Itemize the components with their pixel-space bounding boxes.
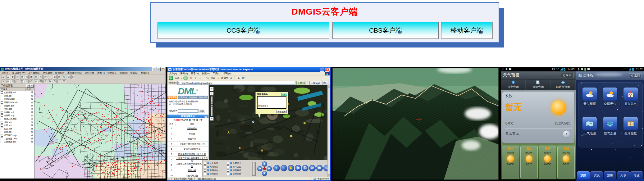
legend-checkbox[interactable] (204, 165, 206, 168)
layer-row[interactable]: 三类道路.sdl线 (0, 140, 34, 144)
menu-item[interactable]: 误差校正 (107, 71, 117, 75)
zoom-in-button[interactable]: + (210, 87, 214, 91)
pan-left-button[interactable]: ◄ (257, 166, 263, 171)
toolbar-icon[interactable]: ⊞ (53, 75, 57, 79)
layer-row[interactable]: 地铁站.sdp点 (0, 114, 34, 117)
poi-name-link[interactable]: 丽园小区 (176, 137, 208, 140)
layer-checkbox[interactable] (1, 111, 3, 114)
toolbar-icon[interactable]: ✚ (11, 75, 15, 79)
tab-specified-query[interactable]: 指定查询 (501, 79, 526, 90)
query-tab-2[interactable]: 指路服务 (188, 96, 198, 99)
layer-row[interactable]: 轮廓.sdl线 (0, 124, 34, 127)
layer-checkbox[interactable] (1, 105, 3, 107)
toolbar-icon[interactable]: ☍ (43, 75, 47, 79)
send-map-button[interactable]: 发送地图 (276, 110, 287, 113)
forecast-day-card[interactable]: 周三05/220-0℃ (539, 146, 556, 179)
column-filename[interactable]: 文件名 (0, 88, 25, 91)
legend-checkbox[interactable] (227, 165, 229, 168)
panel-close-icon[interactable]: × (30, 84, 34, 88)
zoom-in-button[interactable]: + (273, 165, 280, 171)
menu-item[interactable]: 收藏(A) (202, 72, 210, 75)
back-button[interactable]: 返回 (629, 73, 642, 78)
legend-item[interactable]: 公共场所 (227, 172, 250, 176)
layer-row[interactable]: 铁路.sdl线 (0, 130, 34, 134)
stop-icon[interactable]: ✕ (189, 76, 193, 80)
table-row[interactable]: 6国药集团医药控股上海分公司 (167, 152, 208, 157)
go-button[interactable]: ➔ 转到 (296, 81, 306, 85)
layer-row[interactable]: 道路.sdl线 (0, 94, 34, 98)
table-row[interactable]: 1国香居委会 (167, 126, 208, 131)
menu-item[interactable]: 工具(T) (213, 72, 221, 75)
layer-checkbox[interactable] (1, 138, 3, 140)
toolbar-icon[interactable]: ◻ (16, 79, 19, 83)
layer-row[interactable]: 绿地.sda面 (0, 120, 34, 124)
tab-all-query[interactable]: 全部查询 (526, 79, 550, 90)
toolbar-icon[interactable]: ◯ (20, 79, 24, 83)
pan-center-button[interactable] (263, 167, 266, 170)
toolbar-icon[interactable]: ▦ (30, 75, 33, 79)
legend-checkbox[interactable] (204, 162, 206, 165)
zoom-out-button[interactable]: − (281, 165, 287, 171)
snagit-button[interactable]: ✂ SnagIt (309, 81, 321, 85)
scroll-down-icon[interactable]: ▼ (328, 174, 330, 177)
panel-pin-icon[interactable]: ▾ (26, 84, 30, 88)
terrain-3d-view[interactable] (332, 67, 499, 180)
query-tab-0[interactable]: 地址查询 (167, 96, 178, 99)
pan-slider[interactable] (252, 162, 256, 176)
menu-item[interactable]: 文件(F) (2, 71, 10, 75)
toolbar-icon[interactable]: ⋯ (57, 79, 61, 83)
table-row[interactable]: 3丽园小区 (167, 136, 208, 142)
search-button[interactable]: 搜索 (211, 77, 215, 80)
table-row[interactable]: 5黄浦区国家税务局 (167, 147, 208, 152)
menu-item[interactable]: 系统库管理(S) (67, 71, 82, 75)
bottom-tab-0[interactable]: 预报 (577, 171, 590, 179)
maximize-button[interactable]: □ (157, 67, 161, 71)
layer-checkbox[interactable] (1, 95, 3, 97)
legend-item[interactable]: 政府机关 (227, 161, 250, 165)
layer-checkbox[interactable] (1, 101, 3, 104)
favorites-button[interactable]: 收藏夹 (221, 77, 228, 80)
layer-row[interactable]: 旅游景点.sdp点 (0, 117, 34, 121)
query-tab-3[interactable]: 行政查询 (198, 96, 208, 99)
zoom-out-button[interactable]: − (210, 92, 214, 96)
print-icon[interactable]: 🖶 (237, 76, 240, 80)
toolbar-icon[interactable]: ⊟ (53, 79, 57, 83)
close-button[interactable]: × (325, 68, 330, 72)
legend-item[interactable]: 图书展馆 (227, 169, 250, 172)
layer-checkbox[interactable] (1, 108, 3, 110)
prev-page-link[interactable]: ◆上页 (189, 119, 195, 121)
query-tab-1[interactable]: 公交查询 (178, 96, 188, 99)
layer-row[interactable]: 二类道路1.sdl线 (0, 137, 34, 140)
print-button[interactable]: ✉ (316, 165, 323, 171)
app-service-sites[interactable]: 服务站点 (621, 87, 641, 106)
layer-checkbox[interactable] (1, 141, 3, 143)
toolbar-icon[interactable]: ↻ (48, 79, 52, 83)
toolbar-icon[interactable]: ⬡ (30, 79, 33, 83)
search-icon[interactable]: 🔍 (206, 76, 209, 80)
forecast-day-card[interactable]: 周二05/210-0℃ (520, 146, 538, 179)
locate-button[interactable]: 定位 (199, 109, 205, 113)
toolbar-icon[interactable]: ✎ (39, 75, 43, 79)
popup-dropdown-icon[interactable]: ▼ (281, 93, 287, 96)
favorites-star-icon[interactable]: ★ (217, 76, 220, 80)
toolbar-icon[interactable]: ∕ (16, 75, 19, 79)
table-row[interactable]: 4上海南洋物业管理有限公司 (167, 142, 208, 147)
app-life-index[interactable]: 生活指数 (621, 117, 641, 136)
legend-item[interactable]: 医疗卫生 (227, 165, 250, 169)
toolbar-icon[interactable]: ▱ (2, 75, 5, 79)
layer-row[interactable]: 燃气阀门.sdp点 (0, 134, 34, 137)
home-icon[interactable]: ⌂ (199, 76, 202, 80)
more-tools-icon[interactable]: · (246, 76, 249, 80)
toolbar-icon[interactable]: ⌫ (39, 79, 43, 83)
legend-checkbox[interactable] (204, 173, 206, 175)
view-3d-button[interactable]: 3D (309, 165, 316, 171)
layer-checkbox[interactable] (1, 98, 3, 100)
back-button[interactable]: 后退 (175, 77, 179, 80)
toolbar-icon[interactable]: ⊡ (67, 75, 71, 79)
menu-item[interactable]: 影像分析 (55, 71, 65, 75)
layer-checkbox[interactable] (1, 124, 3, 127)
layer-checkbox[interactable] (1, 134, 3, 137)
toolbar-icon[interactable]: ≋ (20, 75, 24, 79)
tab-custom-query[interactable]: 自定义查询 (551, 79, 576, 90)
menu-item[interactable]: 查看(V) (130, 71, 138, 75)
